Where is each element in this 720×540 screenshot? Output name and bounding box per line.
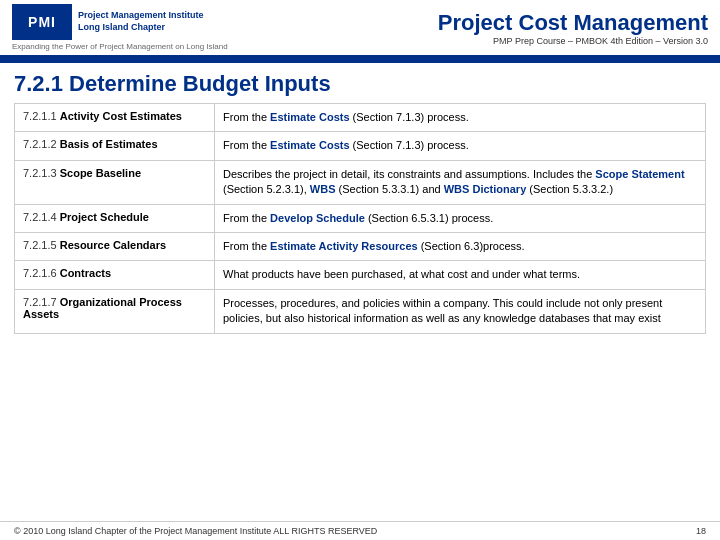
row-id: 7.2.1.3	[23, 167, 60, 179]
page-footer: © 2010 Long Island Chapter of the Projec…	[0, 521, 720, 540]
page-subtitle: PMP Prep Course – PMBOK 4th Edition – Ve…	[438, 36, 708, 46]
row-right-cell: From the Estimate Costs (Section 7.1.3) …	[215, 104, 706, 132]
row-left-cell: 7.2.1.4 Project Schedule	[15, 204, 215, 232]
row-id: 7.2.1.5	[23, 239, 60, 251]
table-row: 7.2.1.3 Scope BaselineDescribes the proj…	[15, 160, 706, 204]
logo-box: PMI Project Management Institute Long Is…	[12, 4, 228, 40]
table-row: 7.2.1.1 Activity Cost EstimatesFrom the …	[15, 104, 706, 132]
table-row: 7.2.1.2 Basis of EstimatesFrom the Estim…	[15, 132, 706, 160]
banner-subtitle: Expanding the Power of Project Managemen…	[12, 42, 228, 51]
bold-term: Estimate Activity Resources	[270, 240, 418, 252]
row-id: 7.2.1.1	[23, 110, 60, 122]
row-left-cell: 7.2.1.2 Basis of Estimates	[15, 132, 215, 160]
bold-term: Develop Schedule	[270, 212, 365, 224]
bold-term: Estimate Costs	[270, 139, 349, 151]
row-right-cell: Processes, procedures, and policies with…	[215, 289, 706, 333]
row-label: Resource Calendars	[60, 239, 166, 251]
footer-right: 18	[696, 526, 706, 536]
pmi-logo: PMI	[12, 4, 72, 40]
table-row: 7.2.1.4 Project ScheduleFrom the Develop…	[15, 204, 706, 232]
row-left-cell: 7.2.1.3 Scope Baseline	[15, 160, 215, 204]
row-id: 7.2.1.7	[23, 296, 60, 308]
logo-area: PMI Project Management Institute Long Is…	[12, 4, 228, 51]
bold-term: Estimate Costs	[270, 111, 349, 123]
bold-term: WBS Dictionary	[444, 183, 527, 195]
row-label: Activity Cost Estimates	[60, 110, 182, 122]
section-title: 7.2.1 Determine Budget Inputs	[0, 63, 720, 103]
row-id: 7.2.1.4	[23, 211, 60, 223]
row-right-cell: From the Estimate Activity Resources (Se…	[215, 232, 706, 260]
row-right-cell: Describes the project in detail, its con…	[215, 160, 706, 204]
header-title-area: Project Cost Management PMP Prep Course …	[438, 10, 708, 46]
row-label: Basis of Estimates	[60, 138, 158, 150]
row-left-cell: 7.2.1.6 Contracts	[15, 261, 215, 289]
table-row: 7.2.1.5 Resource CalendarsFrom the Estim…	[15, 232, 706, 260]
row-right-cell: What products have been purchased, at wh…	[215, 261, 706, 289]
row-right-cell: From the Estimate Costs (Section 7.1.3) …	[215, 132, 706, 160]
org-text: Project Management Institute Long Island…	[78, 10, 204, 33]
table-row: 7.2.1.7 Organizational Process AssetsPro…	[15, 289, 706, 333]
bold-term: WBS	[310, 183, 336, 195]
row-left-cell: 7.2.1.5 Resource Calendars	[15, 232, 215, 260]
table-row: 7.2.1.6 ContractsWhat products have been…	[15, 261, 706, 289]
content-area: 7.2.1.1 Activity Cost EstimatesFrom the …	[0, 103, 720, 334]
row-left-cell: 7.2.1.7 Organizational Process Assets	[15, 289, 215, 333]
bold-term: Scope Statement	[595, 168, 684, 180]
pmi-logo-text: PMI	[28, 14, 56, 30]
page-header: PMI Project Management Institute Long Is…	[0, 0, 720, 57]
row-id: 7.2.1.6	[23, 267, 60, 279]
row-label: Contracts	[60, 267, 111, 279]
row-left-cell: 7.2.1.1 Activity Cost Estimates	[15, 104, 215, 132]
footer-left: © 2010 Long Island Chapter of the Projec…	[14, 526, 377, 536]
row-label: Project Schedule	[60, 211, 149, 223]
page-title: Project Cost Management	[438, 10, 708, 36]
inputs-table: 7.2.1.1 Activity Cost EstimatesFrom the …	[14, 103, 706, 334]
row-id: 7.2.1.2	[23, 138, 60, 150]
row-right-cell: From the Develop Schedule (Section 6.5.3…	[215, 204, 706, 232]
row-label: Scope Baseline	[60, 167, 141, 179]
org-line1: Project Management Institute	[78, 10, 204, 22]
org-line2: Long Island Chapter	[78, 22, 204, 34]
